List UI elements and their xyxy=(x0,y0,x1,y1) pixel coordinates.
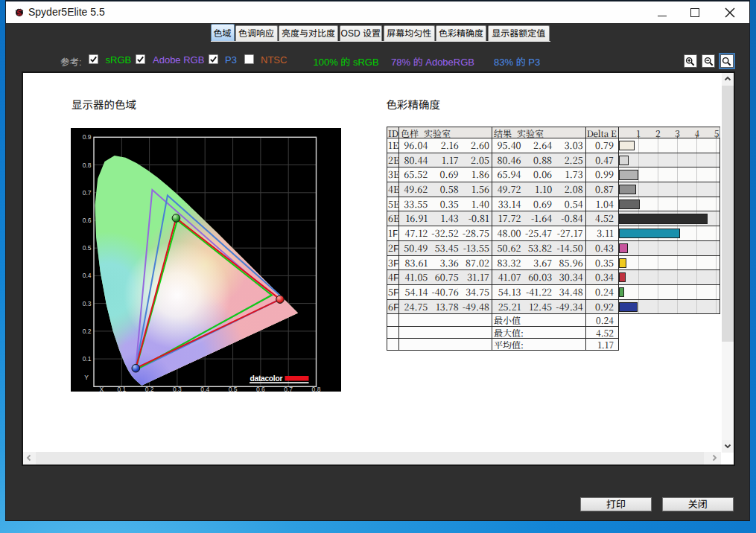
sample-l: 65.52 xyxy=(399,167,430,182)
summary-row: 最大值: 4.52 xyxy=(387,327,619,339)
vertical-scrollbar[interactable] xyxy=(722,73,734,453)
vertical-scrollbar-thumb[interactable] xyxy=(722,86,734,342)
scale-gridline xyxy=(716,226,717,240)
svg-text:Y: Y xyxy=(84,374,89,381)
minimize-button[interactable] xyxy=(649,1,675,23)
cell-sample-lab: 50.4953.45-13.55 xyxy=(399,241,492,255)
cell-empty xyxy=(387,327,399,338)
result-l: 33.14 xyxy=(492,197,524,211)
checkbox-ntsc[interactable] xyxy=(244,54,254,64)
sample-a: 0.35 xyxy=(430,197,460,211)
checkbox-p3[interactable] xyxy=(209,54,218,64)
cell-sample-lab: 24.7513.78-49.48 xyxy=(399,300,492,314)
tab-gamut[interactable]: 色域 xyxy=(211,24,235,41)
delta-bar xyxy=(619,302,637,312)
checkbox-label-srgb[interactable]: sRGB xyxy=(106,54,132,66)
result-a: 1.10 xyxy=(524,182,555,197)
horizontal-scrollbar[interactable] xyxy=(23,452,721,465)
result-l: 50.62 xyxy=(492,241,524,255)
scale-gridline xyxy=(658,241,658,255)
cell-id: 6E xyxy=(387,211,399,226)
sample-a: 13.78 xyxy=(430,300,460,314)
cell-id: 2F xyxy=(387,241,399,255)
scale-gridline xyxy=(677,256,678,270)
delta-bar xyxy=(619,214,707,223)
cell-sample-lab: 80.441.172.05 xyxy=(399,153,492,167)
maximize-button[interactable] xyxy=(682,1,708,23)
cell-empty xyxy=(399,339,492,350)
horizontal-scrollbar-thumb[interactable] xyxy=(36,452,704,465)
cell-result-lab: 65.940.061.73 xyxy=(492,167,586,182)
content-panel: 显示器的色域 色彩精确度 0.10.20.30.40.50.60.70.80.9… xyxy=(22,71,735,467)
scroll-up-button[interactable] xyxy=(722,73,734,86)
print-button[interactable]: 打印 xyxy=(580,497,652,511)
scale-gridline xyxy=(716,135,717,138)
header-scale-lane: 12345 xyxy=(619,127,720,138)
sample-l: 80.44 xyxy=(399,153,430,167)
cell-empty xyxy=(387,339,399,350)
cell-id: 5E xyxy=(387,197,399,211)
result-a: -1.64 xyxy=(524,211,555,226)
scale-gridline xyxy=(638,153,639,167)
scale-gridline xyxy=(677,182,678,197)
cell-delta-e: 0.87 xyxy=(586,182,619,197)
scroll-left-button[interactable] xyxy=(23,452,36,465)
delta-bar-lane xyxy=(619,256,720,270)
summary-value: 4.52 xyxy=(586,327,619,338)
scale-gridline xyxy=(716,153,717,167)
zoom-out-button[interactable] xyxy=(702,54,715,68)
zoom-in-button[interactable] xyxy=(684,54,697,68)
tab-tone-response[interactable]: 色调响应 xyxy=(235,25,278,41)
cell-delta-e: 0.43 xyxy=(586,241,619,255)
titlebar[interactable]: Spyder5Elite 5.5 xyxy=(6,1,749,23)
cell-delta-e: 0.35 xyxy=(586,256,619,270)
tab-display-rating[interactable]: 显示器额定值 xyxy=(488,25,550,41)
scroll-down-button[interactable] xyxy=(722,440,734,453)
cell-sample-lab: 96.042.162.60 xyxy=(399,138,492,153)
tab-screen-uniformity[interactable]: 屏幕均匀性 xyxy=(384,25,435,41)
cell-delta-e: 0.47 xyxy=(586,153,619,167)
zoom-reset-button[interactable] xyxy=(720,54,734,68)
close-button[interactable] xyxy=(717,1,743,23)
cell-empty xyxy=(399,314,492,325)
result-b: 3.03 xyxy=(554,138,585,153)
checkbox-label-ntsc[interactable]: NTSC xyxy=(261,54,287,66)
sample-b: 31.17 xyxy=(461,270,492,284)
scroll-right-button[interactable] xyxy=(708,452,721,465)
desktop: { "window": { "title": "Spyder5Elite 5.5… xyxy=(0,0,756,533)
scale-gridline xyxy=(658,256,658,270)
cell-delta-e: 0.79 xyxy=(586,138,619,153)
svg-text:0.7: 0.7 xyxy=(83,189,92,197)
checkbox-adobe-rgb[interactable] xyxy=(136,54,145,64)
scale-gridline xyxy=(696,197,697,211)
scale-gridline xyxy=(696,270,697,284)
maximize-icon xyxy=(690,8,699,17)
table-row: 2E 80.441.172.05 80.460.882.25 0.47 xyxy=(387,153,720,168)
scale-gridline xyxy=(638,241,639,255)
header-id: ID xyxy=(387,127,399,138)
close-dialog-button[interactable]: 关闭 xyxy=(662,497,734,511)
summary-row: 最小值 0.24 xyxy=(387,314,619,326)
svg-text:0.8: 0.8 xyxy=(83,162,92,169)
result-l: 17.72 xyxy=(492,211,524,226)
tab-osd-settings[interactable]: OSD 设置 xyxy=(340,25,383,41)
result-a: 3.67 xyxy=(524,256,555,270)
scale-gridline xyxy=(677,270,678,284)
scale-gridline xyxy=(696,135,697,138)
cell-empty xyxy=(399,327,492,338)
result-l: 95.40 xyxy=(492,138,524,153)
cell-id: 6F xyxy=(387,300,399,314)
result-l: 80.46 xyxy=(492,153,524,167)
checkbox-label-adobe-rgb[interactable]: Adobe RGB xyxy=(153,54,204,66)
checkbox-srgb[interactable] xyxy=(89,54,98,64)
scale-gridline xyxy=(638,256,639,270)
scale-gridline xyxy=(658,285,658,299)
checkbox-label-p3[interactable]: P3 xyxy=(225,54,237,66)
tab-brightness-contrast[interactable]: 亮度与对比度 xyxy=(279,25,338,41)
scale-gridline xyxy=(677,300,678,314)
tab-color-accuracy[interactable]: 色彩精确度 xyxy=(436,25,486,41)
result-a: 2.64 xyxy=(524,138,555,153)
cell-result-lab: 49.721.102.08 xyxy=(492,182,586,197)
result-a: -25.47 xyxy=(524,226,555,240)
svg-text:0.2: 0.2 xyxy=(145,386,154,392)
